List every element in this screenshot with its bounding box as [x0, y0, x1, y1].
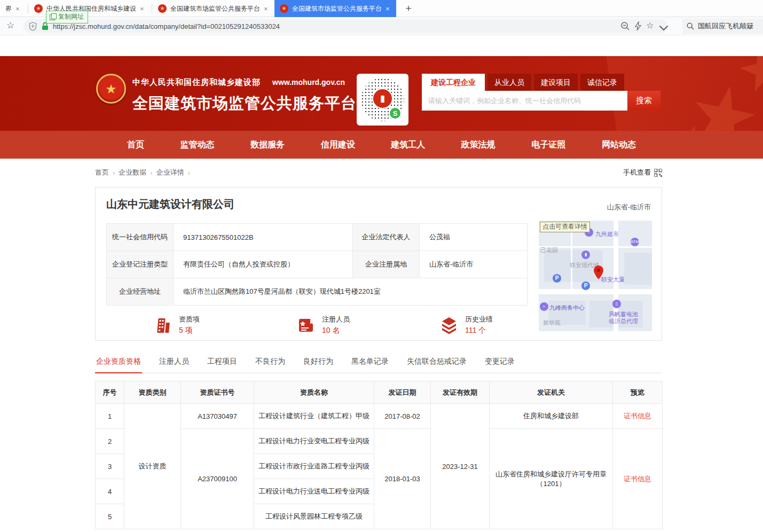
stat-personnel[interactable]: 注册人员 10 名	[296, 315, 439, 335]
page-top-gap	[0, 35, 763, 56]
main-nav: 首页监管动态数据服务信用建设建筑工人政策法规电子证照网站动态	[0, 131, 763, 159]
nav-item-5[interactable]: 政策法规	[461, 139, 495, 151]
browser-tab-2[interactable]: ★ 全国建筑市场监管公共服务平台 ×	[153, 0, 273, 17]
breadcrumb-item-2[interactable]: 企业详情	[156, 168, 184, 177]
info-value: 有限责任公司（自然人投资或控股）	[174, 251, 353, 278]
close-icon[interactable]: ×	[15, 5, 20, 13]
browser-tab-3-active[interactable]: ★ 全国建筑市场监管公共服务平台 ×	[274, 0, 396, 17]
browser-tab-bar: 界 × ★ 中华人民共和国住房和城乡建设 × ★ 全国建筑市场监管公共服务平台 …	[0, 0, 763, 17]
detail-tab-6[interactable]: 失信联合惩戒记录	[406, 354, 468, 373]
qual-table-cell: 3	[96, 454, 124, 479]
info-label: 企业注册属地	[353, 251, 420, 278]
stat-label: 注册人员	[322, 315, 350, 324]
map-poi-label: 己花园	[540, 246, 558, 254]
breadcrumb: 首页›企业数据›企业详情›	[95, 168, 194, 177]
map-road	[539, 289, 652, 294]
wechat-badge-icon: S	[389, 107, 402, 120]
detail-tab-2[interactable]: 工程项目	[206, 354, 238, 373]
stat-qualifications[interactable]: 资质项 5 项	[153, 315, 296, 335]
qual-table-cell: 2017-08-02	[374, 404, 431, 429]
banner-search-tab-3[interactable]: 诚信记录	[580, 74, 624, 91]
stat-label: 历史业绩	[465, 315, 493, 324]
detail-tab-7[interactable]: 变更记录	[484, 354, 516, 373]
detail-tab-4[interactable]: 良好行为	[302, 354, 334, 373]
close-icon[interactable]: ×	[264, 5, 268, 13]
quick-search-box[interactable]: 国航回应飞机颠簸	[682, 19, 763, 34]
banner-search-tab-1[interactable]: 从业人员	[487, 74, 531, 91]
company-card: 山东中元建筑设计有限公司 山东省-临沂市 统一社会信用代码 9137130267…	[95, 187, 662, 341]
mobile-view-link[interactable]: 手机查看	[623, 168, 662, 177]
banner-search-tab-2[interactable]: 建设项目	[534, 74, 578, 91]
nav-item-6[interactable]: 电子证照	[531, 139, 565, 151]
detail-tab-1[interactable]: 注册人员	[158, 354, 190, 373]
cert-info-link[interactable]: 证书信息	[624, 475, 651, 483]
qual-table-cell: 工程设计风景园林工程专项乙级	[254, 504, 374, 529]
qual-column-header: 资质证书号	[181, 381, 254, 404]
close-icon[interactable]: ×	[386, 5, 390, 13]
nav-item-4[interactable]: 建筑工人	[391, 139, 425, 151]
site-title: 全国建筑市场监管公共服务平台	[132, 93, 357, 114]
banner-search-button[interactable]: 搜索	[627, 91, 660, 111]
qual-table-cell: 4	[96, 479, 124, 504]
qual-table-cell: 1	[96, 404, 124, 429]
banner-search-tabs: 建设工程企业从业人员建设项目诚信记录	[422, 74, 660, 91]
company-name: 山东中元建筑设计有限公司	[106, 197, 651, 212]
tab-separator	[152, 4, 152, 13]
bookmark-star-icon[interactable]: ☆	[6, 20, 14, 31]
breadcrumb-item-0[interactable]: 首页	[95, 168, 109, 177]
browser-toolbar: ☆ https://jzsc.mohurd.gov.cn/data/compan…	[0, 17, 763, 35]
nav-item-7[interactable]: 网站动态	[602, 139, 636, 151]
qual-column-header: 资质类别	[124, 381, 181, 404]
nav-item-1[interactable]: 监管动态	[180, 139, 215, 151]
building-icon	[153, 316, 172, 335]
nav-item-0[interactable]: 首页	[127, 139, 144, 151]
company-region: 山东省-临沂市	[607, 202, 651, 212]
location-map[interactable]: 点击可查看详情 ▪ 九州超市 ATM 己花园 ▮ 联安现代城 联安大厦 P P …	[539, 221, 652, 331]
shield-icon	[29, 22, 37, 31]
detail-tab-5[interactable]: 黑名单记录	[350, 354, 390, 373]
breadcrumb-item-1[interactable]: 企业数据	[119, 168, 146, 177]
new-tab-button[interactable]: +	[402, 2, 415, 15]
info-label: 企业法定代表人	[353, 224, 420, 251]
detail-tab-0[interactable]: 企业资质资格	[95, 354, 142, 373]
parking-icon: P	[553, 274, 561, 283]
address-bar[interactable]: https://jzsc.mohurd.gov.cn/data/company/…	[23, 19, 667, 33]
qual-table-cell: 工程设计市政行业道路工程专业丙级	[254, 454, 374, 479]
stat-value: 5 项	[179, 326, 200, 335]
table-row: 1设计资质A137030497工程设计建筑行业（建筑工程）甲级2017-08-0…	[96, 404, 663, 429]
banner-title-block: 中华人民共和国住房和城乡建设部www.mohurd.gov.cn 全国建筑市场监…	[132, 77, 357, 114]
favorite-star-icon[interactable]: ☆	[646, 20, 656, 30]
close-icon[interactable]: ×	[140, 5, 144, 13]
lightning-icon[interactable]	[633, 21, 643, 31]
qual-column-header: 发证机关	[490, 381, 613, 404]
banner-search-module: 建设工程企业从业人员建设项目诚信记录 搜索	[422, 74, 660, 111]
qual-table-cell: 2018-01-03	[374, 429, 431, 529]
map-poi-label: 临沂总代理	[609, 317, 638, 325]
banner-search-input[interactable]	[422, 91, 627, 111]
map-poi-label: 联安大厦	[601, 276, 625, 284]
qual-table-cell: 设计资质	[124, 404, 181, 529]
qual-column-header: 资质名称	[254, 381, 374, 404]
tab-separator	[28, 4, 28, 13]
qual-table-header-row: 序号资质类别资质证书号资质名称发证日期发证有效期发证机关预览	[96, 381, 663, 404]
mobile-view-label: 手机查看	[623, 168, 651, 177]
map-hint-tooltip: 点击可查看详情	[540, 222, 590, 232]
certificate-icon	[296, 316, 316, 335]
banner-search-tab-0[interactable]: 建设工程企业	[422, 74, 485, 91]
qual-table-cell: A137030497	[181, 404, 254, 429]
info-label: 企业经营地址	[107, 278, 174, 306]
detail-tab-3[interactable]: 不良行为	[254, 354, 286, 373]
qual-column-header: 发证有效期	[431, 381, 490, 404]
stat-label: 资质项	[179, 315, 200, 324]
nav-item-3[interactable]: 信用建设	[321, 139, 355, 151]
cert-info-link[interactable]: 证书信息	[624, 412, 651, 420]
info-label: 统一社会信用代码	[107, 224, 174, 251]
chevron-down-icon[interactable]	[659, 24, 668, 33]
nav-item-2[interactable]: 数据服务	[250, 139, 285, 151]
map-pin-icon	[594, 265, 603, 279]
company-info-table: 统一社会信用代码 91371302675501022B 企业法定代表人 公茂福 …	[106, 223, 528, 306]
parking-icon: P	[581, 281, 590, 290]
building-poi-icon: ▮	[581, 251, 590, 259]
zoom-out-icon[interactable]	[620, 21, 630, 31]
browser-tab-0[interactable]: 界 ×	[0, 0, 27, 17]
